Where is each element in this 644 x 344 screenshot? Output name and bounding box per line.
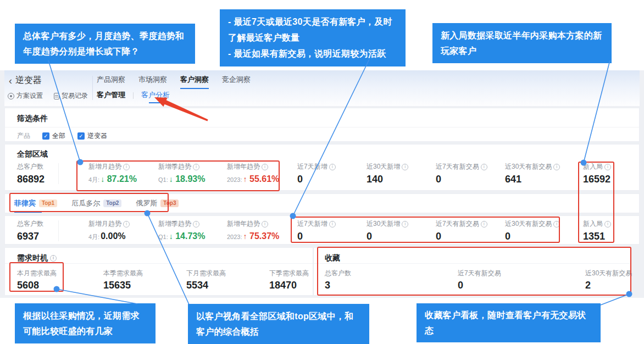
stat-value: 0	[505, 231, 560, 242]
trend-value: 18.93%	[175, 174, 205, 184]
stat-label: 近7天有新交易	[458, 269, 501, 278]
stat-value: 140	[367, 174, 408, 185]
plan-settings-button[interactable]: 方案设置	[8, 91, 43, 101]
checkbox-inverter-label: 逆变器	[87, 131, 107, 141]
tab-competitor-insight[interactable]: 竞企洞察	[222, 75, 251, 89]
tab-philippines[interactable]: 菲律宾 Top1	[14, 198, 57, 213]
trend-value: 75.37%	[249, 231, 279, 241]
country-tab-label: 厄瓜多尔	[71, 198, 100, 208]
info-icon[interactable]	[329, 164, 336, 170]
checkbox-all[interactable]: ✓ 全部	[42, 131, 65, 141]
screenshot-stage: ‹ 逆变器 方案设置 贸易记录 产品洞察 市场洞察 客户洞察 竞企洞察	[0, 0, 644, 344]
info-icon[interactable]	[604, 221, 611, 228]
stat-value: 0	[436, 231, 487, 242]
annotation-overall-trends: 总体客户有多少，月度趋势、季度趋势和年度趋势分别是增长或下降？	[15, 24, 195, 64]
stat-new-7d: 近7天新增 0	[297, 162, 336, 185]
info-icon[interactable]	[262, 221, 268, 228]
info-icon[interactable]	[123, 164, 130, 170]
trend-value: 14.73%	[175, 231, 205, 241]
stat-demand-next-quarter: 下季需求最高 18470	[269, 269, 309, 291]
stat-month-trend: 新增月趋势 4月:0.00%	[88, 219, 130, 241]
stat-value: 1351	[583, 231, 611, 242]
stat-label: 近30天有新交易	[505, 162, 552, 171]
annotation-new-entrants: 新入局数据采取近半年内采购本方案的新玩家客户	[432, 23, 612, 63]
tab-customer-insight[interactable]: 客户洞察	[180, 75, 209, 89]
trend-prefix: Q1:	[158, 176, 168, 183]
country-stats-panel: 总客户数 6937 新增月趋势 4月:0.00% 新增季趋势 Q1:↓ 14.7…	[4, 215, 640, 245]
trend-value: 0.00%	[101, 231, 125, 241]
checkbox-inverter[interactable]: ✓ 逆变器	[77, 131, 107, 141]
page-title: 逆变器	[15, 75, 42, 86]
info-icon[interactable]	[553, 221, 560, 228]
tab-russia[interactable]: 俄罗斯 Top3	[136, 198, 179, 213]
dashboard-region: ‹ 逆变器 方案设置 贸易记录 产品洞察 市场洞察 客户洞察 竞企洞察	[0, 70, 644, 298]
all-region-panel: 全部区域 总客户数 86892 新增月趋势 4月:↓ 87.21% 新增季趋势 …	[4, 144, 640, 191]
info-icon[interactable]	[329, 221, 336, 228]
document-icon	[54, 93, 59, 99]
info-icon[interactable]	[481, 164, 487, 170]
stat-new-entrants: 新入局 1351	[583, 219, 611, 242]
plan-settings-label: 方案设置	[16, 91, 43, 101]
stat-year-trend: 新增年趋势 2023:↑ 55.61%	[227, 162, 279, 184]
trade-records-label: 贸易记录	[62, 91, 88, 101]
checkbox-checked-icon: ✓	[77, 132, 85, 140]
divider	[5, 127, 639, 127]
insight-tabs: 产品洞察 市场洞察 客户洞察 竞企洞察	[97, 75, 251, 89]
stat-value: 0	[436, 174, 487, 185]
stat-new-30d: 近30天新增 0	[367, 219, 408, 242]
stat-fav-trade-7d: 近7天有新交易 0	[458, 269, 501, 291]
stat-total-customers: 总客户数 86892	[17, 162, 45, 185]
tab-customer-management[interactable]: 客户管理	[97, 90, 125, 103]
demand-title: 需求时机	[17, 253, 48, 263]
trend-prefix: 2023:	[227, 234, 242, 240]
stat-label: 近7天有新交易	[436, 219, 479, 229]
stat-label: 下月需求最高	[186, 269, 226, 278]
country-tab-label: 菲律宾	[14, 198, 36, 208]
header-divider	[92, 76, 93, 100]
stat-label: 总客户数	[17, 162, 43, 171]
info-icon[interactable]	[402, 164, 408, 170]
stat-value: 5608	[17, 280, 57, 291]
stat-label: 新增季趋势	[158, 219, 191, 229]
info-icon[interactable]	[481, 221, 487, 228]
info-icon[interactable]	[402, 221, 408, 228]
top-country-tabs-panel: 菲律宾 Top1 厄瓜多尔 Top2 俄罗斯 Top3	[4, 193, 640, 213]
stat-label: 近30天有新交易	[505, 219, 552, 229]
stat-new-7d: 近7天新增 0	[297, 219, 336, 242]
annotation-line: - 最近如果有新交易，说明近期较为活跃	[228, 46, 397, 62]
stat-label: 新增季趋势	[158, 162, 191, 171]
tab-ecuador[interactable]: 厄瓜多尔 Top2	[71, 198, 121, 213]
trend-prefix: 4月:	[88, 234, 99, 240]
tab-customer-analysis[interactable]: 客户分析	[141, 90, 170, 103]
stat-label: 新增年趋势	[227, 219, 260, 229]
arrow-down-icon: ↓	[169, 175, 173, 184]
checkbox-checked-icon: ✓	[42, 132, 49, 140]
trend-value: 55.61%	[249, 174, 279, 184]
tab-market-insight[interactable]: 市场洞察	[138, 75, 167, 89]
stat-label: 新入局	[583, 219, 603, 229]
info-icon[interactable]	[123, 221, 130, 228]
annotation-demand: 根据以往采购情况，近期需求可能比较旺盛的有几家	[15, 303, 156, 343]
annotation-line: - 最近7天或最近30天是否有新客户，及时了解最近客户数量	[228, 14, 397, 46]
tab-product-insight[interactable]: 产品洞察	[97, 75, 125, 89]
stat-value: 16592	[583, 174, 611, 185]
stat-value: 0	[367, 231, 408, 242]
stat-value: 0	[297, 231, 336, 242]
annotation-recent-customers: - 最近7天或最近30天是否有新客户，及时了解最近客户数量 - 最近如果有新交易…	[220, 9, 406, 66]
stat-value: 5534	[186, 280, 226, 291]
trend-prefix: 2023:	[227, 176, 242, 183]
info-icon[interactable]	[193, 221, 199, 228]
info-icon[interactable]	[553, 164, 560, 170]
stat-value: 641	[505, 174, 560, 185]
info-icon[interactable]	[50, 255, 57, 262]
stat-trade-7d: 近7天有新交易 0	[436, 219, 487, 242]
trade-records-button[interactable]: 贸易记录	[54, 91, 88, 101]
back-chevron-icon[interactable]: ‹	[9, 76, 12, 86]
info-icon[interactable]	[604, 164, 611, 170]
header-bar: ‹ 逆变器 方案设置 贸易记录 产品洞察 市场洞察 客户洞察 竞企洞察	[4, 70, 640, 106]
favorites-panel: 收藏 总客户数 3 近7天有新交易 0 近30天有新交易 2	[313, 247, 631, 296]
stat-label: 新增年趋势	[227, 162, 260, 171]
info-icon[interactable]	[193, 164, 199, 170]
info-icon[interactable]	[262, 164, 268, 170]
stat-demand-this-quarter: 本季需求最高 15635	[103, 269, 143, 291]
